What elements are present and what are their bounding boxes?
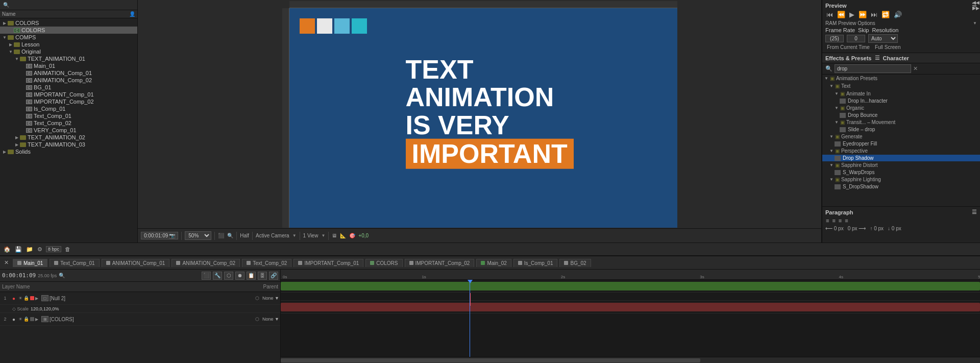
- full-screen-btn[interactable]: Full Screen: [873, 44, 902, 51]
- swatch-orange: [300, 18, 315, 34]
- effects-item[interactable]: S_DropShadow: [822, 183, 980, 190]
- effects-item[interactable]: Drop Shadow: [822, 155, 980, 161]
- tab-close-btn[interactable]: ✕: [2, 259, 11, 266]
- paragraph-menu-icon[interactable]: ☰: [972, 209, 977, 215]
- layer-vis-2[interactable]: ●: [10, 317, 17, 322]
- timeline-tab[interactable]: COLORS: [365, 259, 402, 267]
- tree-item[interactable]: CANIMATION_Comp_02: [0, 77, 137, 84]
- scroll-thumb[interactable]: [281, 358, 700, 362]
- effects-group-header[interactable]: ▼ ▣ Animation Presets: [822, 75, 980, 82]
- play-btn[interactable]: ▶: [848, 11, 855, 18]
- timeline-tool-4[interactable]: ⏺: [235, 272, 244, 280]
- composition-viewer: TEXT ANIMATION IS VERY IMPORTANT: [138, 0, 821, 228]
- tree-item[interactable]: ▼Original: [0, 48, 137, 55]
- viewer-info-btn[interactable]: 0:00:01:09 📷: [141, 232, 178, 239]
- tree-item[interactable]: CIMPORTANT_Comp_01: [0, 91, 137, 98]
- tree-item-label: TEXT_ANIMATION_02: [28, 134, 85, 140]
- layer-lock-2[interactable]: 🔒: [23, 317, 29, 322]
- align-left-btn[interactable]: ≡: [825, 217, 829, 224]
- effects-search-clear[interactable]: ✕: [913, 65, 918, 72]
- resolution-select[interactable]: Auto Full Half Third Quarter: [868, 34, 898, 43]
- layer-parent-2[interactable]: None ▼: [262, 317, 279, 322]
- tree-item[interactable]: CVERY_Comp_01: [0, 127, 137, 134]
- align-right-btn[interactable]: ≡: [838, 217, 842, 224]
- zoom-select[interactable]: 50% 100% 25%: [185, 231, 211, 240]
- tree-item[interactable]: ▼COMPS: [0, 34, 137, 41]
- layer-parent-1[interactable]: None ▼: [262, 296, 279, 301]
- tree-item[interactable]: ▶COLORS: [0, 19, 137, 27]
- timeline-tab[interactable]: ANIMATION_Comp_01: [102, 259, 170, 267]
- timeline-tab[interactable]: Text_Comp_01: [50, 259, 99, 267]
- trash-btn[interactable]: 🗑: [64, 246, 71, 252]
- effects-group-header[interactable]: ▼ ▣ Transit... – Movement: [822, 118, 980, 126]
- effects-search-input[interactable]: [835, 64, 911, 73]
- layer-expand-2[interactable]: ▶: [35, 317, 40, 322]
- timeline-tab[interactable]: BG_02: [559, 259, 591, 267]
- tree-item[interactable]: CIs_Comp_01: [0, 105, 137, 112]
- tree-item[interactable]: CCOLORS: [0, 27, 137, 34]
- effects-group-header[interactable]: ▼ ▣ Organic: [822, 104, 980, 112]
- from-current-time-btn[interactable]: From Current Time: [825, 44, 871, 51]
- step-back-btn[interactable]: ⏪: [836, 11, 846, 18]
- mute-btn[interactable]: 🔊: [893, 11, 903, 18]
- layer-vis-1[interactable]: ●: [10, 296, 17, 301]
- ram-options-chevron[interactable]: ▼: [973, 21, 977, 26]
- settings-btn[interactable]: ⚙: [37, 246, 43, 253]
- timeline-tab[interactable]: IMPORTANT_Comp_02: [405, 259, 475, 267]
- tree-item[interactable]: CText_Comp_01: [0, 112, 137, 119]
- justify-btn[interactable]: ≡: [844, 217, 848, 224]
- layer-list-header: Layer Name Parent: [0, 282, 280, 292]
- folder-btn[interactable]: 📁: [26, 246, 34, 253]
- timeline-tool-1[interactable]: ⬛: [202, 272, 211, 280]
- timeline-tab[interactable]: IMPORTANT_Comp_01: [293, 259, 363, 267]
- timeline-tool-5[interactable]: 📋: [247, 272, 256, 280]
- effects-item[interactable]: Slide – drop: [822, 126, 980, 133]
- timeline-tool-3[interactable]: ⬡: [224, 272, 233, 280]
- timeline-tab[interactable]: Main_01: [13, 259, 47, 267]
- tree-item[interactable]: CBG_01: [0, 84, 137, 91]
- align-center-btn[interactable]: ≡: [831, 217, 836, 224]
- tree-item-label: ANIMATION_Comp_01: [34, 70, 92, 76]
- effects-menu-icon[interactable]: ☰: [875, 55, 880, 61]
- skip-to-end-btn[interactable]: ⏭: [870, 11, 878, 18]
- tree-item[interactable]: ▶TEXT_ANIMATION_02: [0, 134, 137, 141]
- timeline-tab[interactable]: Is_Comp_01: [513, 259, 558, 267]
- effects-item[interactable]: S_WarpDrops: [822, 169, 980, 176]
- effects-group-header[interactable]: ▼ ▣ Sapphire Distort: [822, 161, 980, 169]
- timeline-tool-6[interactable]: 🎛: [258, 272, 267, 280]
- timeline-tab[interactable]: Text_Comp_02: [242, 259, 291, 267]
- timeline-tool-2[interactable]: 🔧: [213, 272, 222, 280]
- tree-item[interactable]: CANIMATION_Comp_01: [0, 69, 137, 77]
- frame-rate-input[interactable]: [825, 35, 844, 42]
- step-forward-btn[interactable]: ⏩: [857, 11, 868, 18]
- timeline-tab[interactable]: ANIMATION_Comp_02: [172, 259, 240, 267]
- effects-group-header[interactable]: ▼ ▣ Sapphire Lighting: [822, 176, 980, 183]
- effects-group-header[interactable]: ▼ ▣ Text: [822, 82, 980, 90]
- timeline-tool-7[interactable]: 🔗: [269, 272, 278, 280]
- layer-solo-1[interactable]: ☀: [18, 296, 22, 301]
- layer-solo-2[interactable]: ☀: [18, 317, 22, 322]
- tree-item[interactable]: CIMPORTANT_Comp_02: [0, 98, 137, 105]
- save-btn[interactable]: 💾: [14, 246, 22, 253]
- effects-item[interactable]: Eyedropper Fill: [822, 140, 980, 147]
- effects-item[interactable]: Drop In...haracter: [822, 98, 980, 104]
- effects-group-header[interactable]: ▼ ▣ Animate In: [822, 90, 980, 98]
- timeline-scrollbar[interactable]: [281, 357, 980, 363]
- home-btn[interactable]: 🏠: [3, 246, 11, 253]
- effects-group-header[interactable]: ▼ ▣ Generate: [822, 133, 980, 140]
- tree-item-label: Is_Comp_01: [34, 106, 65, 112]
- loop-btn[interactable]: 🔁: [880, 11, 891, 18]
- skip-to-start-btn[interactable]: ⏮: [825, 11, 834, 18]
- tree-item[interactable]: ▼TEXT_ANIMATION_01: [0, 55, 137, 62]
- tree-item[interactable]: ▶TEXT_ANIMATION_03: [0, 141, 137, 148]
- layer-expand-1[interactable]: ▶: [35, 296, 40, 301]
- tree-item[interactable]: CMain_01: [0, 62, 137, 69]
- timeline-tab[interactable]: Main_02: [476, 259, 511, 267]
- tree-item[interactable]: ▶Solids: [0, 148, 137, 155]
- layer-lock-1[interactable]: 🔒: [23, 296, 29, 301]
- effects-item[interactable]: Drop Bounce: [822, 112, 980, 118]
- tree-item[interactable]: CText_Comp_02: [0, 119, 137, 127]
- tree-item[interactable]: ▶Lesson: [0, 41, 137, 48]
- effects-group-header[interactable]: ▼ ▣ Perspective: [822, 147, 980, 155]
- skip-input[interactable]: [847, 35, 865, 42]
